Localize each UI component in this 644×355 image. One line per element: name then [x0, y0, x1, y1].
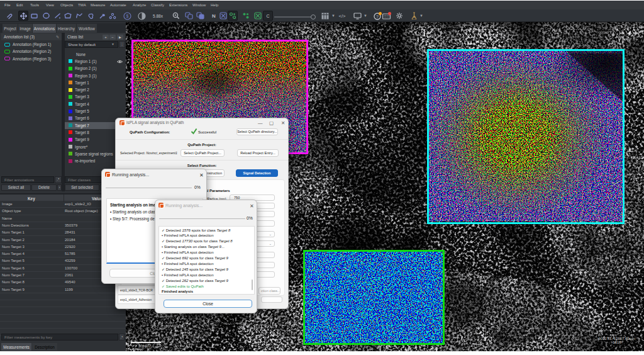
svg-text:?: ? — [376, 14, 379, 18]
svg-text:$: $ — [126, 14, 128, 18]
